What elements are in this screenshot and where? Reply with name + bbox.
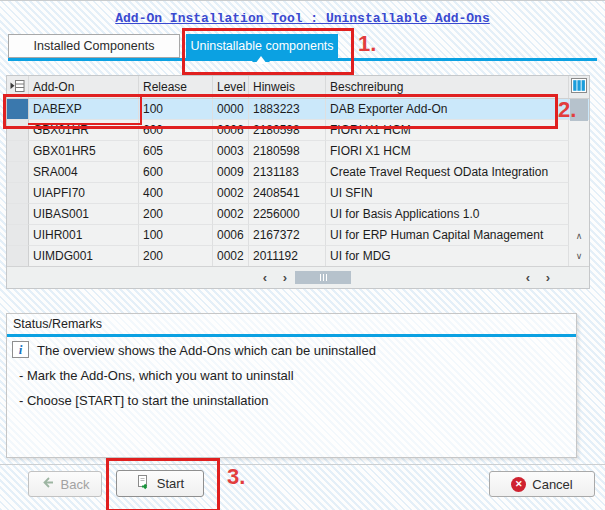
cell-addon[interactable]: SRA004 bbox=[29, 162, 139, 183]
status-panel-divider bbox=[7, 334, 576, 337]
table-row[interactable]: UIMDG00120000022011192UI for MDG bbox=[7, 246, 589, 267]
cell-beschreibung[interactable]: Create Travel Request OData Integration bbox=[326, 162, 569, 183]
chevron-left-icon: ‹ bbox=[526, 270, 530, 285]
cell-release[interactable]: 400 bbox=[139, 183, 213, 204]
addon-installation-dialog: Add-On Installation Tool : Uninstallable… bbox=[0, 0, 605, 510]
footer-bar: Back Start ✕ Cancel bbox=[0, 464, 605, 510]
cell-level[interactable]: 0009 bbox=[213, 162, 249, 183]
cell-addon[interactable]: UIMDG001 bbox=[29, 246, 139, 267]
pane-scroll-right-button[interactable]: › bbox=[540, 268, 556, 287]
table-row[interactable]: UIBAS00120000022256000UI for Basis Appli… bbox=[7, 204, 589, 225]
table-row[interactable]: GBX01HR560500032180598FIORI X1 HCM bbox=[7, 141, 589, 162]
table-row[interactable]: SRA00460000092131183Create Travel Reques… bbox=[7, 162, 589, 183]
cell-addon[interactable]: UIHR001 bbox=[29, 225, 139, 246]
annotation-number-1: 1. bbox=[358, 31, 376, 57]
cell-addon[interactable]: UIAPFI70 bbox=[29, 183, 139, 204]
chevron-left-icon: ‹ bbox=[263, 270, 267, 285]
cell-level[interactable]: 0003 bbox=[213, 141, 249, 162]
cell-hinweis[interactable]: 2408541 bbox=[249, 183, 326, 204]
tab-installed-label: Installed Components bbox=[34, 39, 155, 53]
cell-level[interactable]: 0002 bbox=[213, 246, 249, 267]
cell-beschreibung[interactable]: UI for MDG bbox=[326, 246, 569, 267]
cancel-button[interactable]: ✕ Cancel bbox=[489, 471, 595, 497]
table-select-all-icon bbox=[10, 79, 25, 96]
status-remarks-panel: Status/Remarks i The overview shows the … bbox=[6, 313, 577, 458]
cell-hinweis[interactable]: 2180598 bbox=[249, 141, 326, 162]
cell-beschreibung[interactable]: UI for Basis Applications 1.0 bbox=[326, 204, 569, 225]
scroll-left-button[interactable]: ‹ bbox=[257, 268, 273, 287]
back-button: Back bbox=[28, 471, 102, 497]
cancel-icon: ✕ bbox=[511, 477, 526, 492]
table-layout-button[interactable] bbox=[569, 76, 589, 98]
cancel-button-label: Cancel bbox=[532, 477, 572, 492]
cell-release[interactable]: 200 bbox=[139, 246, 213, 267]
cell-level[interactable]: 0006 bbox=[213, 225, 249, 246]
cell-beschreibung[interactable]: UI for ERP Human Capital Management bbox=[326, 225, 569, 246]
scrollbar-corner bbox=[569, 266, 589, 288]
cell-level[interactable]: 0002 bbox=[213, 183, 249, 204]
status-info-text: The overview shows the Add-Ons which can… bbox=[37, 343, 376, 358]
row-selector[interactable] bbox=[7, 225, 29, 246]
row-selector[interactable] bbox=[7, 183, 29, 204]
annotation-box-3 bbox=[106, 458, 220, 510]
chevron-right-icon: › bbox=[546, 270, 550, 285]
cell-release[interactable]: 600 bbox=[139, 162, 213, 183]
info-icon: i bbox=[12, 341, 29, 358]
annotation-cell-mark bbox=[28, 97, 142, 125]
scroll-right-button[interactable]: › bbox=[277, 268, 293, 287]
table-row[interactable]: UIAPFI7040000022408541UI SFIN bbox=[7, 183, 589, 204]
row-selector[interactable] bbox=[7, 204, 29, 225]
page-title: Add-On Installation Tool : Uninstallable… bbox=[0, 11, 605, 26]
row-selector[interactable] bbox=[7, 246, 29, 267]
chevron-up-icon: ∧ bbox=[576, 231, 583, 241]
cell-release[interactable]: 605 bbox=[139, 141, 213, 162]
back-button-label: Back bbox=[61, 477, 90, 492]
back-icon bbox=[41, 476, 55, 492]
table-layout-icon bbox=[571, 78, 587, 96]
chevron-right-icon: › bbox=[283, 270, 287, 285]
cell-beschreibung[interactable]: UI SFIN bbox=[326, 183, 569, 204]
annotation-number-3: 3. bbox=[227, 464, 245, 490]
cell-hinweis[interactable]: 2131183 bbox=[249, 162, 326, 183]
horizontal-scrollbar: ‹ › ‹ › bbox=[7, 266, 569, 288]
scroll-down-button[interactable]: ∨ bbox=[569, 246, 589, 266]
cell-level[interactable]: 0002 bbox=[213, 204, 249, 225]
scroll-up-button[interactable]: ∧ bbox=[569, 226, 589, 246]
annotation-number-2: 2. bbox=[558, 97, 576, 123]
horizontal-scrollbar-thumb[interactable] bbox=[295, 271, 351, 284]
annotation-box-1 bbox=[182, 28, 354, 75]
cell-hinweis[interactable]: 2167372 bbox=[249, 225, 326, 246]
cell-addon[interactable]: UIBAS001 bbox=[29, 204, 139, 225]
cell-addon[interactable]: GBX01HR5 bbox=[29, 141, 139, 162]
status-bullet-2: - Choose [START] to start the uninstalla… bbox=[19, 393, 269, 408]
cell-hinweis[interactable]: 2011192 bbox=[249, 246, 326, 267]
row-selector[interactable] bbox=[7, 141, 29, 162]
row-selector[interactable] bbox=[7, 162, 29, 183]
status-panel-title: Status/Remarks bbox=[13, 317, 102, 331]
tab-installed-components[interactable]: Installed Components bbox=[8, 34, 180, 58]
pane-scroll-left-button[interactable]: ‹ bbox=[520, 268, 536, 287]
chevron-down-icon: ∨ bbox=[576, 251, 583, 261]
cell-release[interactable]: 200 bbox=[139, 204, 213, 225]
cell-beschreibung[interactable]: FIORI X1 HCM bbox=[326, 141, 569, 162]
status-bullet-1: - Mark the Add-Ons, which you want to un… bbox=[19, 368, 294, 383]
cell-release[interactable]: 100 bbox=[139, 225, 213, 246]
table-row[interactable]: UIHR00110000062167372UI for ERP Human Ca… bbox=[7, 225, 589, 246]
cell-hinweis[interactable]: 2256000 bbox=[249, 204, 326, 225]
